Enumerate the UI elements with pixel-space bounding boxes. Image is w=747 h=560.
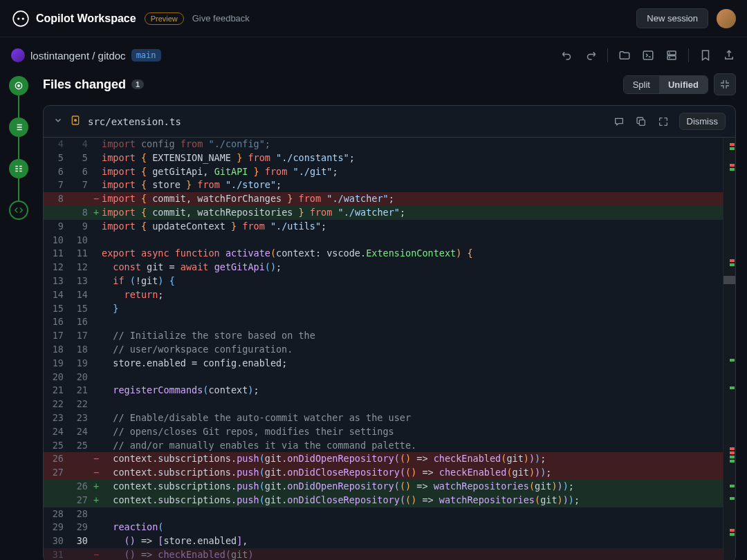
branch-badge[interactable]: main [131,49,161,62]
steps-sidebar [0,73,37,560]
svg-rect-5 [667,56,676,59]
step-plan[interactable] [9,159,28,178]
files-header: Files changed 1 Split Unified [43,73,736,95]
code-line[interactable]: 1616 [44,315,735,329]
code-line[interactable]: 2424 // opens/closes Git repos, modifies… [44,425,735,439]
redo-icon[interactable] [584,48,598,62]
code-line[interactable]: 8+import { commit, watchRepositories } f… [44,206,735,220]
repo-bar: lostintangent / gitdoc main [0,37,747,73]
code-line[interactable]: 31− () => checkEnabled(git) [44,548,735,560]
code-line[interactable]: 1010 [44,234,735,248]
new-session-button[interactable]: New session [636,8,708,28]
feedback-link[interactable]: Give feedback [192,13,250,24]
terminal-icon[interactable] [641,48,655,62]
code-line[interactable]: 27− context.subscriptions.push(git.onDid… [44,466,735,480]
code-line[interactable]: 2323 // Enable/disable the auto-commit w… [44,411,735,425]
svg-point-0 [13,11,28,26]
code-line[interactable]: 2929 reaction( [44,521,735,534]
unified-view-button[interactable]: Unified [659,76,708,93]
view-toggle: Split Unified [623,75,708,94]
code-line[interactable]: 77import { store } from "./store"; [44,178,735,192]
step-target[interactable] [9,76,28,95]
file-header: src/extension.ts Dismiss [44,106,735,138]
code-line[interactable]: 1212 const git = await getGitApi(); [44,261,735,274]
comment-icon[interactable] [613,115,625,128]
minimap-viewport[interactable] [723,276,735,284]
copilot-logo-icon [11,9,30,28]
code-line[interactable]: 3030 () => [store.enabled], [44,534,735,548]
code-line[interactable]: 1313 if (!git) { [44,274,735,288]
svg-rect-4 [667,51,676,55]
minimap[interactable] [723,138,735,560]
code-line[interactable]: 55import { EXTENSION_NAME } from "./cons… [44,151,735,165]
code-line[interactable]: 2525 // and/or manually enables it via t… [44,439,735,453]
code-line[interactable]: 66import { getGitApi, GitAPI } from "./g… [44,165,735,179]
code-line[interactable]: 1919 store.enabled = config.enabled; [44,357,735,371]
code-line[interactable]: 26+ context.subscriptions.push(git.onDid… [44,480,735,494]
svg-point-7 [670,57,670,58]
repo-path[interactable]: lostintangent / gitdoc [30,50,126,62]
logo[interactable]: Copilot Workspace [11,9,136,28]
collapse-icon[interactable] [714,73,736,95]
svg-point-9 [18,85,19,86]
code-line[interactable]: 27+ context.subscriptions.push(git.onDid… [44,494,735,507]
code-line[interactable]: 8−import { commit, watchForChanges } fro… [44,192,735,206]
user-avatar[interactable] [717,9,736,28]
preview-badge: Preview [145,12,184,25]
diff-panel: src/extension.ts Dismiss 44import config… [43,105,736,560]
code-line[interactable]: 2828 [44,507,735,521]
folder-icon[interactable] [618,48,631,62]
chevron-down-icon[interactable] [53,115,63,127]
code-diff[interactable]: 44import config from "./config";55import… [44,138,735,560]
files-count-badge: 1 [131,80,144,89]
dismiss-button[interactable]: Dismiss [679,113,726,130]
code-line[interactable]: 1515 } [44,302,735,316]
file-path[interactable]: src/extension.ts [88,116,181,127]
code-line[interactable]: 26− context.subscriptions.push(git.onDid… [44,452,735,466]
server-icon[interactable] [665,48,679,62]
code-line[interactable]: 1818 // user/workspace configuration. [44,343,735,357]
step-code[interactable] [9,200,28,220]
step-list[interactable] [9,118,28,137]
repo-owner[interactable]: lostintangent [30,50,89,62]
files-changed-title: Files changed [43,77,126,92]
logo-text: Copilot Workspace [36,12,136,25]
repo-name[interactable]: gitdoc [98,50,126,62]
svg-point-6 [670,53,670,53]
svg-point-1 [17,17,19,19]
code-line[interactable]: 1414 return; [44,288,735,302]
svg-rect-12 [639,120,645,125]
bookmark-icon[interactable] [699,48,712,62]
expand-icon[interactable] [657,115,670,128]
code-line[interactable]: 1717 // Initialize the store based on th… [44,329,735,343]
code-line[interactable]: 1111export async function activate(conte… [44,247,735,261]
svg-point-11 [75,120,77,122]
share-icon[interactable] [722,48,736,62]
code-line[interactable]: 44import config from "./config"; [44,138,735,151]
svg-point-2 [22,17,24,19]
undo-icon[interactable] [560,48,574,62]
copy-icon[interactable] [635,115,647,128]
code-line[interactable]: 2121 registerCommands(context); [44,384,735,398]
repo-avatar-icon [11,48,25,62]
code-line[interactable]: 2222 [44,398,735,411]
split-view-button[interactable]: Split [624,76,659,93]
top-header: Copilot Workspace Preview Give feedback … [0,0,747,37]
code-line[interactable]: 99import { updateContext } from "./utils… [44,220,735,234]
code-line[interactable]: 2020 [44,371,735,384]
file-modified-icon [70,115,81,128]
